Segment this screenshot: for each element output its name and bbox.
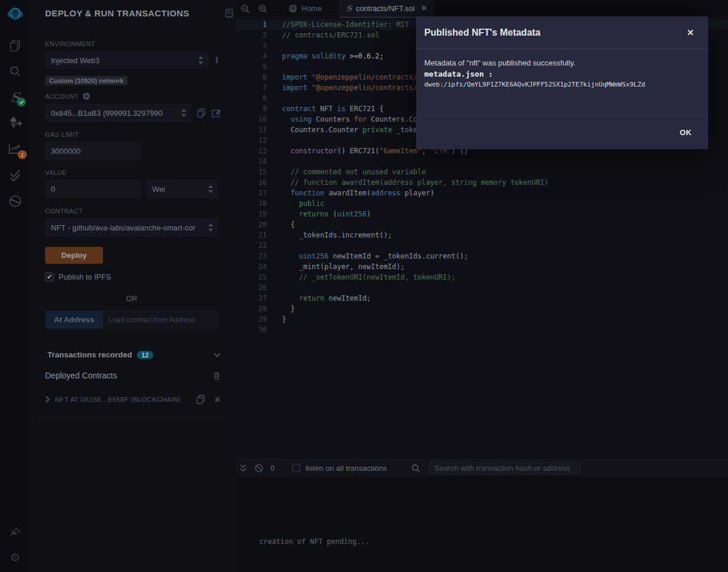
modal-header: Published NFT's Metadata ✕: [416, 16, 708, 49]
code-line: 25 // _setTokenURI(newItemId, tokenURI);: [236, 272, 728, 282]
line-number: 16: [236, 177, 267, 188]
zoom-in-icon[interactable]: [258, 4, 267, 13]
metadata-file-label: metadata.json :: [424, 68, 694, 80]
modal-message: Metadata of "nft" was published successf…: [424, 57, 694, 68]
deploy-run-icon[interactable]: [0, 114, 30, 132]
icon-bar: S ✔ 1: [0, 0, 30, 572]
line-number: 20: [236, 219, 267, 230]
modal-footer: OK: [416, 116, 708, 149]
published-metadata-modal: Published NFT's Metadata ✕ Metadata of "…: [416, 16, 708, 149]
close-tab-icon[interactable]: ✕: [421, 4, 427, 12]
expand-contract-icon[interactable]: [45, 396, 50, 403]
code-line: 22: [236, 240, 728, 251]
chevron-down-icon[interactable]: [214, 353, 221, 357]
at-address-button[interactable]: At Address: [45, 311, 103, 329]
settings-gear-icon[interactable]: ⚙: [0, 549, 30, 566]
analytics-count-badge: 1: [18, 150, 27, 159]
unit-testing-icon[interactable]: [0, 166, 30, 183]
clear-console-icon[interactable]: [255, 464, 263, 473]
trash-icon[interactable]: [213, 371, 221, 380]
line-number: 19: [236, 209, 267, 219]
add-account-icon[interactable]: [83, 92, 90, 100]
line-number: 15: [236, 167, 267, 177]
solidity-compiler-icon[interactable]: S: [0, 88, 30, 106]
remix-logo-icon[interactable]: [0, 5, 30, 26]
code-line: 20 {: [236, 219, 728, 230]
line-number: 21: [236, 230, 267, 240]
line-number: 4: [236, 51, 267, 61]
code-line: 18 public: [236, 198, 728, 209]
copy-account-icon[interactable]: [197, 108, 205, 118]
remove-contract-icon[interactable]: ✕: [214, 395, 221, 404]
debugger-icon[interactable]: [0, 192, 30, 210]
code-line: 21 _tokenIds.increment();: [236, 230, 728, 240]
line-number: 11: [236, 125, 267, 135]
value-label: VALUE: [45, 169, 234, 176]
code-line: 17 function awardItem(address player): [236, 188, 728, 198]
edit-account-icon[interactable]: [212, 108, 221, 118]
at-address-input[interactable]: Load contract from Address: [103, 311, 218, 329]
select-arrows-icon: [181, 108, 186, 118]
ok-button[interactable]: OK: [680, 128, 692, 137]
line-number: 2: [236, 30, 267, 40]
remix-ide: S ✔ 1: [0, 0, 728, 572]
code-line: 24 _mint(player, newItemId);: [236, 261, 728, 272]
or-divider: OR: [45, 294, 218, 303]
tab-home[interactable]: Home: [281, 0, 329, 18]
deploy-button[interactable]: Deploy: [45, 247, 103, 264]
line-number: 10: [236, 114, 267, 125]
value-input[interactable]: 0: [45, 180, 140, 198]
line-number: 24: [236, 261, 267, 272]
metadata-ipfs-uri: dweb:/ipfs/QmYL9P1Z7KE6AQvKJPFF52SX1p2TE…: [424, 80, 694, 89]
file-explorer-icon[interactable]: [0, 37, 30, 54]
deploy-run-panel: DEPLOY & RUN TRANSACTIONS ENVIRONMENT In…: [30, 0, 236, 572]
search-icon[interactable]: [0, 63, 30, 80]
publish-ipfs-label: Publish to IPFS: [59, 273, 111, 281]
line-number: 8: [236, 93, 267, 104]
line-number: 27: [236, 293, 267, 304]
line-number: 3: [236, 40, 267, 51]
contract-select[interactable]: NFT - github/ava-labs/avalanche-smart-co…: [45, 218, 218, 237]
terminal-search-input[interactable]: Search with transaction hash or address: [428, 461, 581, 475]
terminal-search-icon: [411, 464, 420, 473]
panel-doc-icon[interactable]: [225, 9, 233, 18]
expand-terminal-icon[interactable]: [239, 464, 247, 472]
deployed-contract-item[interactable]: NFT AT 0X15E...E558F (BLOCKCHAIN): [55, 396, 181, 403]
code-line: 29}: [236, 314, 728, 325]
zoom-out-icon[interactable]: [241, 4, 250, 13]
publish-ipfs-checkbox[interactable]: ✔: [45, 273, 54, 281]
code-line: 28 }: [236, 304, 728, 314]
code-line: 27 return newItemId;: [236, 293, 728, 304]
terminal: 0 listen on all transactions Search with…: [236, 459, 728, 572]
environment-info-icon[interactable]: i: [215, 56, 218, 65]
solidity-file-icon: S: [346, 4, 352, 13]
home-tab-icon: [289, 4, 297, 13]
environment-label: ENVIRONMENT: [45, 40, 234, 47]
line-number: 26: [236, 282, 267, 293]
select-arrows-icon: [198, 56, 203, 65]
transactions-recorded-label: Transactions recorded: [47, 350, 132, 359]
line-number: 29: [236, 314, 267, 325]
terminal-toolbar: 0 listen on all transactions Search with…: [236, 459, 728, 476]
pending-tx-count: 0: [270, 464, 274, 473]
listen-transactions-checkbox[interactable]: [292, 464, 300, 472]
line-number: 1: [236, 19, 267, 30]
gas-limit-input[interactable]: 3000000: [45, 142, 140, 160]
modal-title: Published NFT's Metadata: [424, 27, 541, 38]
line-number: 18: [236, 198, 267, 209]
copy-contract-icon[interactable]: [197, 395, 205, 404]
environment-select[interactable]: Injected Web3: [45, 51, 208, 70]
modal-close-icon[interactable]: ✕: [686, 27, 694, 38]
transactions-count-badge: 12: [137, 351, 153, 359]
plugin-manager-icon[interactable]: [0, 522, 30, 540]
line-number: 30: [236, 325, 267, 335]
listen-transactions-label: listen on all transactions: [305, 464, 387, 473]
value-unit-select[interactable]: Wei: [146, 180, 218, 198]
terminal-output[interactable]: creation of NFT pending... >: [236, 476, 728, 572]
line-number: 6: [236, 72, 267, 82]
code-line: 15 // commented out unused variable: [236, 167, 728, 177]
account-select[interactable]: 0x845...B1aB3 (999991.3297990: [45, 104, 191, 122]
deployed-contracts-label: Deployed Contracts: [45, 371, 117, 380]
panel-divider: [38, 417, 225, 418]
tab-nft-sol[interactable]: S contracts/NFT.sol ✕: [339, 0, 434, 18]
